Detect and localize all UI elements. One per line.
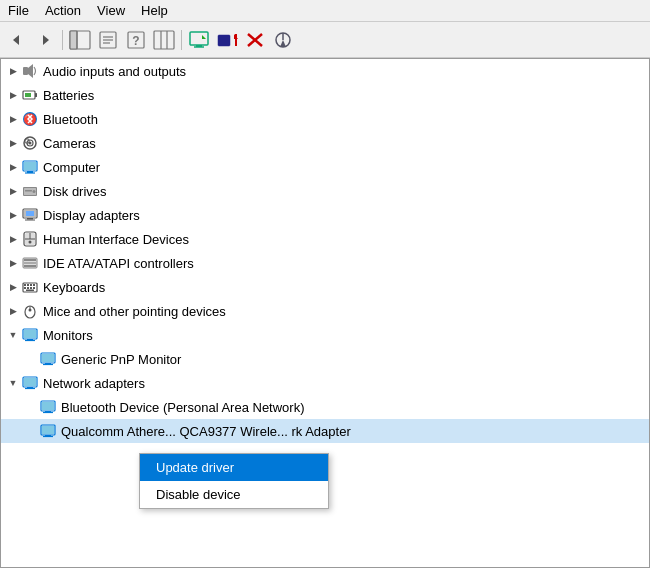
svg-rect-63 [33,284,35,286]
svg-rect-26 [23,67,28,75]
tree-item-mice[interactable]: ▶ Mice and other pointing devices [1,299,649,323]
icon-bt-device [39,398,57,416]
label-disk: Disk drives [43,184,107,199]
tree-item-audio[interactable]: ▶ Audio inputs and outputs [1,59,649,83]
label-monitors: Monitors [43,328,93,343]
label-network: Network adapters [43,376,145,391]
back-button[interactable] [4,27,30,53]
svg-rect-30 [25,93,31,97]
label-computer: Computer [43,160,100,175]
svg-rect-58 [24,265,36,267]
icon-disk [21,182,39,200]
icon-computer [21,158,39,176]
tree-item-display[interactable]: ▶ Display adapters [1,203,649,227]
monitor-button[interactable] [186,27,212,53]
label-bt-device: Bluetooth Device (Personal Area Network) [61,400,305,415]
menu-help[interactable]: Help [133,2,176,19]
help-button[interactable]: ? [123,27,149,53]
svg-rect-64 [24,287,26,289]
toolbar: ? [0,22,650,58]
properties-button[interactable] [95,27,121,53]
remove-button[interactable] [242,27,268,53]
tree-item-disk[interactable]: ▶ Disk drives [1,179,649,203]
label-cameras: Cameras [43,136,96,151]
label-mice: Mice and other pointing devices [43,304,226,319]
svg-rect-47 [27,218,33,220]
tree-item-keyboards[interactable]: ▶ Keyboards [1,275,649,299]
tree-item-computer[interactable]: ▶ Computer [1,155,649,179]
icon-mice [21,302,39,320]
add-driver-button[interactable] [214,27,240,53]
chevron-audio: ▶ [5,63,21,79]
svg-point-43 [33,190,36,193]
svg-marker-1 [43,35,49,45]
tree-item-bt-device[interactable]: ▶ Bluetooth Device (Personal Area Networ… [1,395,649,419]
tree-item-network[interactable]: ▼ Network adapters [1,371,649,395]
device-tree[interactable]: ▶ Audio inputs and outputs ▶ Batteri [0,58,650,568]
tree-item-hid[interactable]: ▶ Human Interface Devices [1,227,649,251]
tree-item-qualcomm[interactable]: ▶ Qualcomm Athere... QCA9377 Wirele... r… [1,419,649,443]
tree-item-bluetooth[interactable]: ▶ 🔴 Bluetooth [1,107,649,131]
svg-rect-62 [30,284,32,286]
icon-audio [21,62,39,80]
tree-item-generic-monitor[interactable]: ▶ Generic PnP Monitor [1,347,649,371]
svg-rect-57 [24,262,36,264]
svg-rect-11 [154,31,174,49]
tree-item-batteries[interactable]: ▶ Batteries [1,83,649,107]
icon-ide [21,254,39,272]
label-qualcomm: Qualcomm Athere... QCA9377 Wirele... rk … [61,424,351,439]
main-panel: ▶ Audio inputs and outputs ▶ Batteri [0,58,650,568]
svg-rect-38 [24,162,36,170]
svg-rect-65 [27,287,29,289]
svg-point-71 [29,309,32,312]
icon-batteries [21,86,39,104]
tree-item-monitors[interactable]: ▼ Monitors [1,323,649,347]
show-hide-button[interactable] [67,27,93,53]
chevron-display: ▶ [5,207,21,223]
tree-item-cameras[interactable]: ▶ Cameras [1,131,649,155]
icon-qualcomm [39,422,57,440]
ctx-update-driver[interactable]: Update driver [140,454,328,481]
icon-keyboards [21,278,39,296]
label-display: Display adapters [43,208,140,223]
menu-action[interactable]: Action [37,2,89,19]
chevron-mice: ▶ [5,303,21,319]
icon-cameras [21,134,39,152]
label-audio: Audio inputs and outputs [43,64,186,79]
chevron-hid: ▶ [5,231,21,247]
svg-rect-49 [26,211,34,216]
chevron-ide: ▶ [5,255,21,271]
svg-rect-60 [24,284,26,286]
svg-rect-73 [24,330,36,338]
svg-marker-27 [28,64,33,78]
svg-point-54 [29,241,32,244]
label-bluetooth: Bluetooth [43,112,98,127]
svg-rect-29 [35,93,37,97]
menu-view[interactable]: View [89,2,133,19]
scan-button[interactable] [270,27,296,53]
menu-bar: File Action View Help [0,0,650,22]
svg-rect-66 [30,287,32,289]
chevron-computer: ▶ [5,159,21,175]
chevron-keyboards: ▶ [5,279,21,295]
ctx-disable-device[interactable]: Disable device [140,481,328,508]
svg-rect-3 [70,31,77,49]
chevron-network: ▼ [5,375,21,391]
icon-generic-monitor [39,350,57,368]
menu-file[interactable]: File [0,2,37,19]
context-menu: Update driver Disable device [139,453,329,509]
svg-marker-25 [280,40,286,47]
chevron-disk: ▶ [5,183,21,199]
svg-rect-85 [42,402,54,410]
chevron-batteries: ▶ [5,87,21,103]
svg-text:?: ? [132,34,139,48]
forward-button[interactable] [32,27,58,53]
svg-text:🔴: 🔴 [23,112,37,126]
chevron-bluetooth: ▶ [5,111,21,127]
svg-marker-17 [202,35,206,39]
icon-bluetooth: 🔴 [21,110,39,128]
tree-item-ide[interactable]: ▶ IDE ATA/ATAPI controllers [1,251,649,275]
details-button[interactable] [151,27,177,53]
svg-rect-56 [24,259,36,261]
chevron-cameras: ▶ [5,135,21,151]
